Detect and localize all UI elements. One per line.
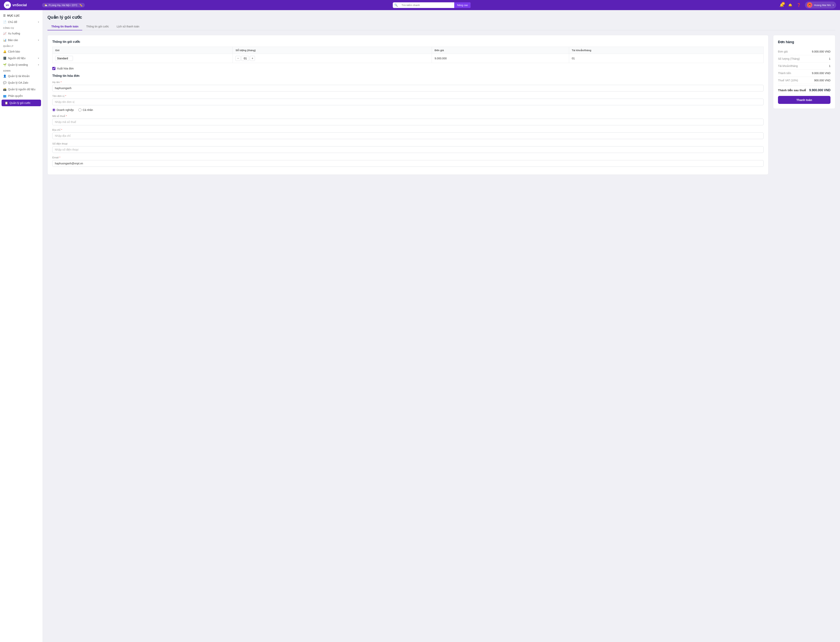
tab-thong-tin-thanh-toan[interactable]: Thông tin thanh toán — [47, 23, 82, 30]
avatar-image: 👩 — [807, 2, 812, 8]
ma-so-thue-group: Mã số thuế * — [52, 115, 764, 125]
package-select[interactable]: Standard — [55, 56, 73, 61]
search-icon: 🔍 — [393, 3, 399, 6]
radio-doanh-nghiep-label: Doanh nghiệp — [57, 109, 74, 112]
order-label-thue-vat: Thuế VAT (10%) — [778, 79, 798, 82]
sidebar-item-quan-ly-tai-khoan[interactable]: 👤 Quản lý tài khoản — [0, 73, 42, 79]
email-required-marker: * — [59, 156, 60, 159]
dia-chi-input[interactable] — [52, 133, 764, 139]
package-card: Thông tin gói cước Gói Số lượng (tháng) … — [47, 35, 769, 175]
sidebar-item-quan-ly-goi-cuoc[interactable]: 📋 Quản lý gói cước — [2, 100, 41, 106]
hamburger-icon: ☰ — [3, 14, 6, 17]
package-section-title: Thông tin gói cước — [52, 40, 764, 44]
sidebar-label-tai-khoan: Quản lý tài khoản — [8, 75, 29, 78]
sidebar-title: MỤC LỤC — [7, 14, 19, 17]
sidebar-item-nguon-du-lieu[interactable]: 🗄️ Nguồn dữ liệu ▼ — [0, 55, 42, 62]
order-label-thanh-tien: Thành tiền — [778, 71, 791, 75]
ma-so-thue-input[interactable] — [52, 119, 764, 125]
chu-de-chevron-icon: ▼ — [37, 21, 39, 23]
bao-cao-chevron-icon: ▼ — [37, 39, 39, 41]
sidebar-label-phan-quyen: Phân quyền — [8, 94, 23, 97]
so-dien-thoai-label: Số điện thoại — [52, 142, 764, 145]
order-card: Đơn hàng Đơn giá 9.000.000 VND Số lượng … — [773, 35, 835, 109]
sidebar-item-canh-bao[interactable]: 🔔 Cảnh báo — [0, 48, 42, 55]
tab-thong-tin-goi-cuoc[interactable]: Thông tin gói cước — [82, 23, 113, 30]
qty-increase-button[interactable]: + — [250, 56, 255, 61]
goi-cuoc-icon: 📋 — [5, 101, 8, 104]
email-input[interactable] — [52, 160, 764, 167]
sidebar-label-nguon-du-lieu: Nguồn dữ liệu — [8, 57, 26, 60]
radio-doanh-nghiep[interactable]: Doanh nghiệp — [52, 109, 74, 112]
sidebar-label-bao-cao: Báo cáo — [8, 39, 18, 42]
logo-icon: vn — [4, 2, 11, 8]
nguon-du-lieu-chevron-icon: ▼ — [37, 57, 39, 59]
tai-khoan-icon: 👤 — [3, 75, 6, 78]
invoice-section-title: Thông tin hóa đơn — [52, 74, 764, 78]
qty-decrease-button[interactable]: − — [235, 56, 241, 61]
col-header-tai-khoan: Tài khoản/tháng — [569, 47, 763, 54]
pay-button[interactable]: Thanh toán — [778, 96, 830, 104]
order-row-thue-vat: Thuế VAT (10%) 900.000 VND — [778, 77, 830, 84]
order-row-don-gia: Đơn giá 9.000.000 VND — [778, 48, 830, 55]
radio-ca-nhan-input[interactable] — [78, 109, 81, 112]
sidebar-label-goi-cuoc: Quản lý gói cước — [10, 101, 31, 104]
accounts-cell: 01 — [569, 54, 763, 63]
help-icon-button[interactable]: ❓ — [796, 2, 802, 8]
alert-icon-button[interactable]: 🛎️ — [787, 2, 793, 8]
radio-ca-nhan[interactable]: Cá nhân — [78, 109, 93, 112]
order-value-so-luong: 1 — [829, 57, 830, 60]
order-title: Đơn hàng — [778, 40, 830, 44]
sidebar-item-phan-quyen[interactable]: 👥 Phân quyền — [0, 92, 42, 99]
layout: ☰ MỤC LỤC 📄 Chủ đề ▼ CÔNG CỤ 📈 Xu hướng … — [0, 10, 840, 642]
col-header-don-gia: Đơn giá — [432, 47, 569, 54]
sidebar-item-chu-de[interactable]: 📄 Chủ đề ▼ — [0, 19, 42, 25]
section-cong-cu: CÔNG CỤ — [0, 25, 42, 30]
ho-ten-input[interactable] — [52, 85, 764, 91]
order-label-so-luong: Số lượng (Tháng) — [778, 57, 800, 60]
ten-don-vi-input[interactable] — [52, 99, 764, 105]
sidebar-label-chu-de: Chủ đề — [8, 20, 17, 24]
notification-bell-button[interactable]: 🔔 88 — [778, 2, 785, 8]
order-row-tai-khoan: Tài khoản/tháng 1 — [778, 62, 830, 70]
logo-area: vn vnSocial — [4, 2, 39, 8]
email-label: Email * — [52, 156, 764, 159]
dia-chi-required-marker: * — [61, 128, 62, 131]
so-dien-thoai-input[interactable] — [52, 146, 764, 153]
content-grid: Thông tin gói cước Gói Số lượng (tháng) … — [47, 35, 835, 175]
ten-don-vi-label: Tên đơn vị * — [52, 94, 764, 97]
sidebar: ☰ MỤC LỤC 📄 Chủ đề ▼ CÔNG CỤ 📈 Xu hướng … — [0, 10, 43, 642]
col-header-goi: Gói — [52, 47, 233, 54]
package-name-cell: Standard — [52, 54, 233, 63]
avatar: 👩 — [807, 2, 812, 8]
tab-lich-su-thanh-toan[interactable]: Lịch sử thanh toán — [113, 23, 143, 30]
export-invoice-label[interactable]: Xuất hóa đơn — [57, 67, 74, 70]
order-total-row: Thành tiền sau thuế 9.900.000 VND — [778, 86, 830, 92]
so-dien-thoai-group: Số điện thoại — [52, 142, 764, 153]
ma-so-thue-required-marker: * — [66, 115, 67, 117]
dia-chi-group: Địa chỉ * — [52, 128, 764, 139]
nguon-du-lieu-icon: 🗄️ — [3, 57, 6, 60]
order-total-label: Thành tiền sau thuế — [778, 89, 806, 92]
sidebar-item-bao-cao[interactable]: 📊 Báo cáo ▼ — [0, 37, 42, 44]
section-admin: ADMIN — [0, 68, 42, 73]
sidebar-label-quan-ly-seeding: Quản lý seeding — [8, 63, 28, 66]
sidebar-item-quan-ly-seeding[interactable]: 🌱 Quản lý seeding ▼ — [0, 62, 42, 68]
order-row-so-luong: Số lượng (Tháng) 1 — [778, 55, 830, 62]
edit-icon[interactable]: ✏️ — [79, 4, 83, 6]
sidebar-hamburger[interactable]: ☰ MỤC LỤC — [0, 13, 42, 19]
order-total-value: 9.900.000 VND — [809, 89, 830, 92]
radio-doanh-nghiep-input[interactable] — [52, 109, 55, 112]
sidebar-item-xu-huong[interactable]: 📈 Xu hướng — [0, 30, 42, 37]
tab-bar: Thông tin thanh toán Thông tin gói cước … — [47, 23, 835, 30]
sidebar-item-quan-ly-nguon-du-lieu[interactable]: 🗃️ Quản lý nguồn dữ liệu — [0, 86, 42, 92]
quantity-input[interactable] — [241, 56, 249, 61]
sidebar-item-quan-ly-oa-zalo[interactable]: 💬 Quản lý OA Zalo — [0, 79, 42, 86]
search-advanced-button[interactable]: Nâng cao — [454, 2, 471, 8]
radio-ca-nhan-label: Cá nhân — [83, 109, 93, 112]
user-menu[interactable]: 👩 Hoàng Mai Nhi ▼ — [805, 2, 836, 8]
search-input[interactable] — [399, 3, 454, 8]
dia-chi-label: Địa chỉ * — [52, 128, 764, 131]
export-invoice-checkbox[interactable] — [52, 67, 55, 70]
chu-de-icon: 📄 — [3, 20, 6, 24]
nguon-dl-icon: 🗃️ — [3, 88, 6, 91]
